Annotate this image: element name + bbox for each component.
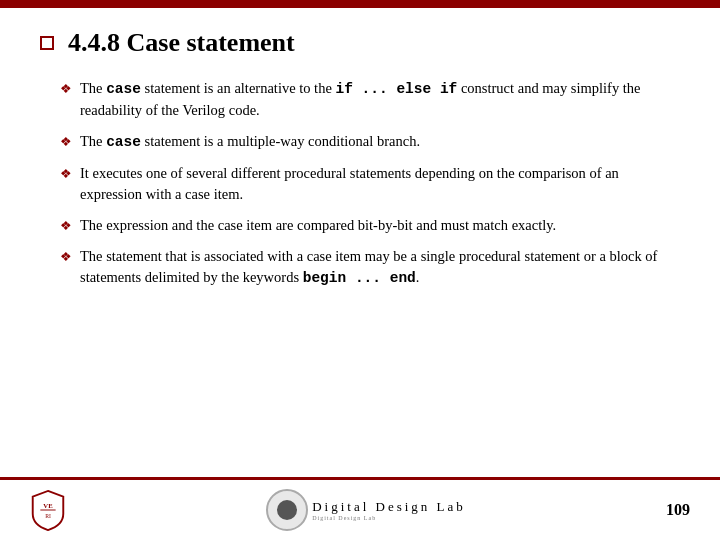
bullet-text-4: The expression and the case item are com… <box>80 215 680 236</box>
list-item: ❖ It executes one of several different p… <box>60 163 680 205</box>
bullet-text-5: The statement that is associated with a … <box>80 246 680 289</box>
diamond-bullet-icon: ❖ <box>60 133 72 152</box>
code-if-else: if ... else if <box>335 81 457 97</box>
bullet-text-3: It executes one of several different pro… <box>80 163 680 205</box>
footer-center: Digital Design Lab Digital Design Lab <box>266 489 466 531</box>
diamond-bullet-icon: ❖ <box>60 248 72 267</box>
ddl-title-text: Digital Design Lab <box>312 499 466 515</box>
code-case-1: case <box>106 81 141 97</box>
diamond-bullet-icon: ❖ <box>60 217 72 236</box>
bullet-text-1: The case statement is an alternative to … <box>80 78 680 121</box>
list-item: ❖ The statement that is associated with … <box>60 246 680 289</box>
code-case-2: case <box>106 134 141 150</box>
svg-text:RI: RI <box>45 513 51 519</box>
content-area: 4.4.8 Case statement ❖ The case statemen… <box>0 8 720 309</box>
slide: 4.4.8 Case statement ❖ The case statemen… <box>0 0 720 540</box>
list-item: ❖ The expression and the case item are c… <box>60 215 680 236</box>
circle-logo-outer <box>266 489 308 531</box>
svg-text:VE: VE <box>43 502 53 509</box>
bullet-list: ❖ The case statement is an alternative t… <box>40 78 680 289</box>
page-number: 109 <box>666 501 690 519</box>
square-bullet-icon <box>40 36 54 50</box>
list-item: ❖ The case statement is an alternative t… <box>60 78 680 121</box>
section-title: 4.4.8 Case statement <box>40 28 680 58</box>
title-text: 4.4.8 Case statement <box>68 28 295 58</box>
diamond-bullet-icon: ❖ <box>60 165 72 184</box>
ddl-subtitle-text: Digital Design Lab <box>312 515 376 521</box>
diamond-bullet-icon: ❖ <box>60 80 72 99</box>
list-item: ❖ The case statement is a multiple-way c… <box>60 131 680 153</box>
footer: VE RI Digital Design Lab Digital Design … <box>0 480 720 540</box>
circle-logo-inner <box>277 500 297 520</box>
bullet-text-2: The case statement is a multiple-way con… <box>80 131 680 153</box>
top-bar <box>0 0 720 8</box>
shield-icon: VE RI <box>30 489 66 531</box>
code-begin-end: begin ... end <box>303 270 416 286</box>
footer-left: VE RI <box>30 489 66 531</box>
